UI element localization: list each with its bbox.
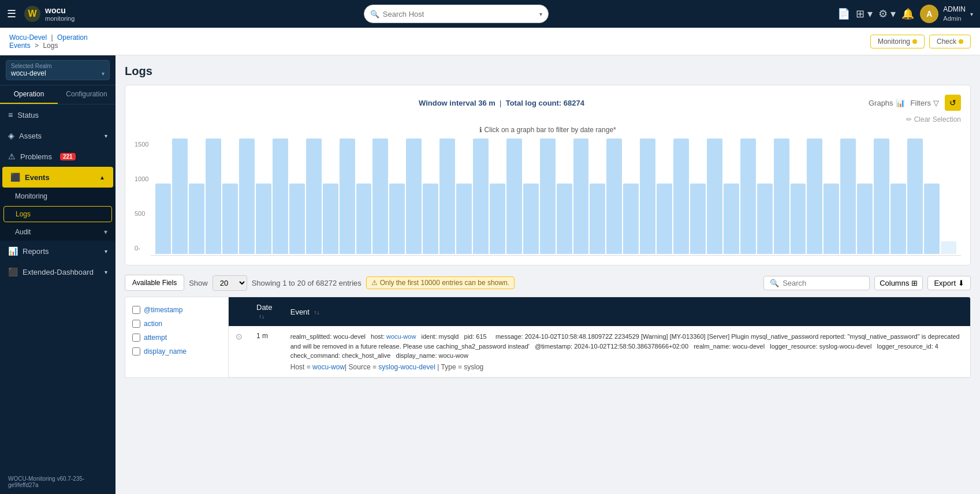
hamburger-menu[interactable]: ☰ [7,8,16,20]
bar-26[interactable] [590,139,605,254]
search-host-box[interactable]: 🔍 ▾ [364,5,549,23]
field-item-timestamp[interactable]: @timestamp [130,303,223,317]
field-checkbox-action[interactable] [132,320,140,328]
breadcrumb-project[interactable]: Wocu-Devel [9,33,47,42]
filters-button[interactable]: Filters ▽ [911,99,939,107]
export-button[interactable]: Export ⬇ [927,276,971,290]
sidebar-subitem-audit[interactable]: Audit ▾ [0,223,115,241]
col-date[interactable]: Date ↑↓ [249,297,284,326]
bar-6[interactable] [256,139,271,254]
bar-20[interactable] [490,139,505,254]
bar-21[interactable] [506,139,522,254]
bar-32[interactable] [690,139,706,254]
sidebar-subitem-monitoring[interactable]: Monitoring [0,188,115,205]
bar-15[interactable] [406,139,422,254]
bar-0[interactable] [155,139,171,254]
bar-42[interactable] [857,139,873,254]
bar-38[interactable] [791,139,806,254]
sidebar-tab-operation[interactable]: Operation [0,85,58,104]
available-fields-button[interactable]: Available Fiels [125,275,184,291]
bell-icon[interactable]: 🔔 [901,8,914,20]
bar-7[interactable] [273,139,288,254]
bar-12[interactable] [356,139,372,254]
row-icon-cell[interactable]: ⊙ [229,326,249,377]
search-input[interactable] [782,279,863,287]
bar-10[interactable] [323,139,338,254]
sidebar-item-status[interactable]: ≡ Status [0,104,115,125]
check-button[interactable]: Check [929,35,971,48]
bar-37[interactable] [774,139,789,254]
bar-41[interactable] [840,139,856,254]
bar-17[interactable] [439,139,455,254]
bar-43[interactable] [874,139,889,254]
realm-box[interactable]: Selected Realm wocu-devel ▾ [6,60,110,80]
bar-8[interactable] [289,139,305,254]
sidebar-item-assets[interactable]: ◈ Assets ▾ [0,125,115,146]
refresh-button[interactable]: ↺ [945,95,961,111]
bar-16[interactable] [423,139,438,254]
bar-19[interactable] [473,139,489,254]
sidebar-item-reports[interactable]: 📊 Reports ▾ [0,241,115,261]
sidebar-item-events[interactable]: ⬛ Events ▲ [2,167,113,188]
field-item-display-name[interactable]: display_name [130,345,223,358]
bar-24[interactable] [557,139,572,254]
sidebar-subitem-logs[interactable]: Logs [3,206,112,222]
bar-18[interactable] [456,139,472,254]
bar-28[interactable] [623,139,639,254]
bar-31[interactable] [673,139,689,254]
bar-9[interactable] [306,139,322,254]
columns-button[interactable]: Columns ⊞ [874,276,923,290]
bar-14[interactable] [389,139,405,254]
user-area[interactable]: A ADMIN Admin ▾ [920,5,973,23]
bar-5[interactable] [239,139,255,254]
col-event[interactable]: Event ↑↓ [284,297,970,326]
bar-40[interactable] [824,139,839,254]
bar-27[interactable] [606,139,622,254]
bar-3[interactable] [206,139,221,254]
bar-39[interactable] [807,139,822,254]
footer-source-link[interactable]: syslog-wocu-devel [378,363,435,371]
bar-47[interactable] [941,139,956,254]
field-checkbox-attempt[interactable] [132,334,140,342]
field-checkbox-display-name[interactable] [132,347,140,355]
bar-45[interactable] [907,139,923,254]
bar-29[interactable] [640,139,655,254]
bar-chart[interactable] [151,139,961,254]
bar-13[interactable] [372,139,388,254]
bar-4[interactable] [222,139,238,254]
field-item-attempt[interactable]: attempt [130,331,223,345]
bar-30[interactable] [657,139,672,254]
clear-selection[interactable]: ✏ Clear Selection [135,115,961,124]
sidebar-tab-configuration[interactable]: Configuration [58,85,115,104]
search-box[interactable]: 🔍 [763,276,870,290]
bar-2[interactable] [189,139,204,254]
sidebar-item-problems[interactable]: ⚠ Problems 221 [0,146,115,167]
realm-selector[interactable]: Selected Realm wocu-devel ▾ [0,55,115,85]
breadcrumb-section[interactable]: Operation [57,33,88,42]
bar-44[interactable] [890,139,906,254]
bar-23[interactable] [540,139,556,254]
bar-11[interactable] [340,139,355,254]
bar-34[interactable] [724,139,739,254]
grid-icon[interactable]: ⊞ ▾ [856,8,873,20]
search-host-input[interactable] [383,10,536,18]
settings-icon[interactable]: ⚙ ▾ [878,8,896,20]
breadcrumb-events[interactable]: Events [9,42,31,50]
show-select[interactable]: 10 20 50 100 [213,275,247,291]
field-checkbox-timestamp[interactable] [132,306,140,314]
sidebar-item-extended-dashboard[interactable]: ⬛ Extended-Dashboard ▾ [0,261,115,282]
footer-host-link[interactable]: wocu-wow [312,363,345,371]
row-expand-icon[interactable]: ⊙ [236,332,243,341]
bar-25[interactable] [573,139,589,254]
bar-35[interactable] [740,139,756,254]
bar-33[interactable] [707,139,722,254]
field-item-action[interactable]: action [130,317,223,331]
bar-36[interactable] [757,139,773,254]
bar-46[interactable] [924,139,940,254]
document-icon[interactable]: 📄 [837,8,850,20]
graphs-button[interactable]: Graphs 📊 [869,99,905,107]
monitoring-button[interactable]: Monitoring [870,35,925,48]
bar-1[interactable] [172,139,188,254]
bar-22[interactable] [523,139,539,254]
host-link[interactable]: wocu-wow [386,333,416,340]
